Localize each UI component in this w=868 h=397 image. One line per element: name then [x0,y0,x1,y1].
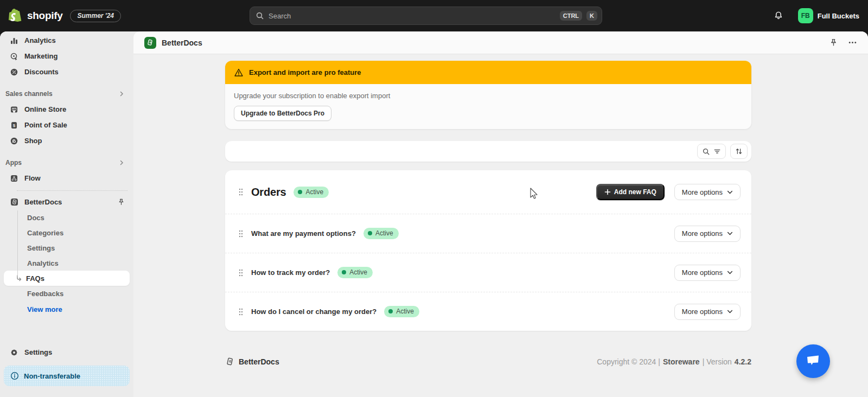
sort-button[interactable] [730,144,748,159]
sidebar-item-feedbacks[interactable]: Feedbacks [4,286,130,301]
sidebar-item-analytics[interactable]: Analytics [4,33,130,48]
sidebar-item-flow[interactable]: Flow [4,170,130,186]
faq-row: What are my payment options? Active More… [225,214,751,253]
flow-icon [9,174,19,183]
search-icon [702,148,710,156]
sidebar-item-settings-sub[interactable]: Settings [4,240,130,255]
sidebar-item-shop[interactable]: Shop [4,133,130,149]
pro-feature-banner-header: Export and import are pro feature [225,61,751,84]
discounts-icon [9,67,19,77]
chevron-down-icon [727,189,733,195]
sidebar-section-sales-channels[interactable]: Sales channels [4,86,130,101]
non-transferable-banner[interactable]: Non-transferable [4,366,130,386]
sidebar-item-label: Discounts [24,68,59,76]
sidebar-item-label: Point of Sale [24,121,67,129]
sub-item-label: Feedbacks [27,290,63,298]
sidebar-item-faqs[interactable]: FAQs [4,271,130,286]
sidebar-item-marketing[interactable]: Marketing [4,48,130,64]
more-menu-icon[interactable] [848,38,857,47]
avatar: FB [798,8,813,23]
sidebar-item-analytics-sub[interactable]: Analytics [4,255,130,271]
app-title: BetterDocs [162,39,202,47]
betterdocs-app-icon [144,37,156,49]
status-dot [388,309,393,313]
sidebar-item-categories[interactable]: Categories [4,225,130,240]
faq-row: How do I cancel or change my order? Acti… [225,292,751,331]
shopify-wordmark: shopify [27,10,62,22]
more-options-button[interactable]: More options [674,184,741,200]
view-more-link[interactable]: View more [4,301,130,313]
sub-item-label: Settings [27,244,55,252]
status-dot [342,270,346,274]
user-menu[interactable]: FB Full Buckets [798,8,859,23]
betterdocs-group: BetterDocs Docs Categories Settings Anal… [4,194,130,313]
shop-icon [9,136,19,146]
upgrade-button[interactable]: Upgrade to BetterDocs Pro [234,106,331,121]
shopify-logo[interactable]: shopify Summer '24 [9,8,121,23]
sub-item-label: Docs [27,214,44,222]
pin-icon[interactable] [117,198,125,206]
notifications-bell-icon[interactable] [773,10,784,21]
more-options-button[interactable]: More options [674,226,741,242]
add-new-faq-button[interactable]: Add new FAQ [596,184,665,200]
edition-badge[interactable]: Summer '24 [70,10,121,22]
tree-arrow-icon [15,274,22,282]
sidebar-item-point-of-sale[interactable]: $ Point of Sale [4,117,130,133]
marketing-icon [9,52,19,61]
topbar: shopify Summer '24 Search CTRL K FB Full… [0,0,868,31]
more-options-label: More options [682,268,723,277]
shopify-bag-icon [9,8,23,23]
drag-handle-icon[interactable] [238,268,244,277]
status-label: Active [375,229,393,237]
app-header: BetterDocs [133,31,868,54]
search-filter-button[interactable] [697,144,726,159]
status-dot [298,190,302,194]
status-dot [368,231,372,235]
more-options-button[interactable]: More options [674,265,741,281]
drag-handle-icon[interactable] [238,229,244,238]
sidebar-item-label: Flow [24,174,41,182]
pro-feature-banner: Export and import are pro feature Upgrad… [225,61,751,129]
sidebar-item-online-store[interactable]: Online Store [4,101,130,117]
gear-icon [9,348,19,357]
chat-widget-button[interactable] [796,344,830,378]
search-icon [256,11,264,20]
sidebar-item-discounts[interactable]: Discounts [4,64,130,80]
status-label: Active [305,188,323,196]
betterdocs-logo-icon [225,357,235,367]
sort-icon [735,148,743,155]
drag-handle-icon[interactable] [238,188,244,196]
section-label: Sales channels [5,90,53,98]
banner-label: Non-transferable [24,372,80,380]
more-options-label: More options [682,308,723,316]
banner-title: Export and import are pro feature [249,68,361,76]
status-badge: Active [337,267,373,278]
global-search-input[interactable]: Search CTRL K [250,7,602,25]
sidebar-item-settings[interactable]: Settings [4,344,130,360]
more-options-label: More options [682,188,723,196]
footer-brand-name: BetterDocs [239,357,279,366]
sidebar-item-betterdocs[interactable]: BetterDocs [4,194,130,210]
analytics-icon [9,36,19,46]
more-options-button[interactable]: More options [674,304,741,320]
pin-icon[interactable] [829,38,838,47]
sidebar-item-docs[interactable]: Docs [4,210,130,225]
sidebar: Analytics Marketing Discounts [0,31,133,397]
section-label: Apps [5,159,22,167]
faq-section-card: Orders Active Add new FAQ Mo [225,170,751,331]
version-label: | Version [703,357,732,366]
sidebar-item-label: Online Store [24,105,66,113]
status-badge: Active [384,306,419,317]
storeware-text: Storeware [663,357,700,366]
copyright-text: Copyright © 2024 | [597,357,660,366]
sub-item-label: FAQs [26,274,44,283]
info-icon [10,372,19,380]
shortcut-ctrl-key: CTRL [560,11,582,21]
chevron-down-icon [727,270,733,276]
footer-copyright: Copyright © 2024 | Storeware | Version 4… [597,357,751,366]
sidebar-section-apps[interactable]: Apps [4,155,130,170]
sidebar-divider [17,190,127,191]
drag-handle-icon[interactable] [238,308,244,316]
chevron-right-icon [119,160,124,165]
sidebar-item-label: Shop [24,137,42,145]
